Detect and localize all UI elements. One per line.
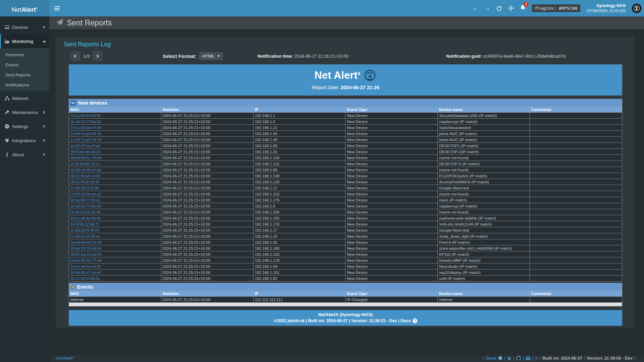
table-cell: New Device: [345, 276, 438, 282]
table-cell: 2024-06-27 21:25:21+10:00: [161, 263, 253, 269]
sidebar-item-events[interactable]: Events: [0, 60, 49, 70]
table-cell: DESKTOP-6 (IP match): [438, 161, 530, 167]
mac-link[interactable]: 3c:8d:20:f1:9f:04: [69, 227, 161, 233]
navbar-actions: ← → 7 Plugins: ARPSCAN Synology-NAS (27/…: [472, 0, 641, 16]
mac-link[interactable]: c0:06:c3:09:e4:46: [69, 167, 161, 173]
github-icon[interactable]: [516, 356, 521, 361]
notification-guid: Notification guid: cc44507e-8ea6-48e7-90…: [446, 54, 566, 59]
mac-link[interactable]: d0:21:f9:b4:ca:0b: [69, 173, 161, 179]
table-cell: 192.168.1.200: [253, 209, 345, 215]
table-row: bc:dd:c2:32:f9:ee2024-06-27 21:25:21+10:…: [69, 233, 622, 239]
host-info[interactable]: Synology-NAS (27/06/2024, 21:41:02): [587, 3, 626, 13]
table-row: c0:06:c3:09:de:e22024-06-27 21:25:21+10:…: [69, 191, 622, 197]
sidebar-item-devices[interactable]: Devices: [0, 20, 49, 34]
app-logo[interactable]: NetAlertx: [0, 0, 49, 16]
mac-link[interactable]: b0:be:83:51:77:e8: [69, 257, 161, 263]
forward-icon[interactable]: →: [484, 5, 490, 11]
mac-link[interactable]: 94:b5:55:c7:cb:e0: [69, 269, 161, 276]
mac-link[interactable]: 98:5f:d3:d5:40:33: [69, 149, 161, 155]
notifications-bell-icon[interactable]: 7: [520, 5, 526, 12]
email-icon[interactable]: [526, 356, 531, 360]
mac-link[interactable]: 00:11:32:ef:a5:6c: [69, 276, 161, 282]
table-cell: 192.168.1.151: [253, 269, 345, 276]
mac-link[interactable]: 3a:9d:69:e0:29:28: [69, 239, 161, 245]
chevron-left-icon: [43, 111, 46, 114]
sidebar-item-presence[interactable]: Presence: [0, 50, 49, 60]
table-cell: KP115 (IP match): [438, 251, 530, 257]
sidebar-item-about[interactable]: About: [0, 147, 49, 162]
table-cell: (name not found): [438, 167, 530, 173]
mac-link[interactable]: 44:6f:f8:12:68:71: [69, 221, 161, 227]
table-cell: 192.168.1.17: [253, 227, 345, 233]
move-pane-icon[interactable]: [508, 5, 514, 11]
panel-title-link[interactable]: Sent Reports Log: [64, 41, 111, 48]
table-cell: [530, 276, 622, 282]
sidebar-item-settings[interactable]: Settings: [0, 119, 49, 133]
table-cell: DESKTOP-2(IP match): [438, 149, 530, 155]
table-cell: zhimi-airpurifier-mb3_mibtD6B4 (IP match…: [438, 245, 530, 251]
mac-link[interactable]: 74:ac:b9:54:09:fb: [69, 113, 161, 119]
mac-link[interactable]: 1c:69:7a:a2:34:7b: [69, 131, 161, 137]
bug-report-icon[interactable]: [507, 356, 512, 361]
format-select[interactable]: HTML: [199, 52, 223, 60]
mac-link[interactable]: 2c:f0:5d:9e:73:2c: [69, 161, 161, 167]
top-navbar: NetAlertx ← → 7 Plugins: ARPSCAN Synolog…: [0, 0, 644, 16]
user-avatar[interactable]: [632, 4, 641, 13]
host-timestamp: (27/06/2024, 21:41:02): [587, 8, 626, 13]
chart-icon: [5, 39, 9, 44]
refresh-icon[interactable]: [496, 6, 502, 11]
table-cell: 192.168.1.163: [253, 251, 345, 257]
table-cell: [530, 161, 622, 167]
table-cell: 192.168.1.150: [253, 215, 345, 221]
mac-link[interactable]: 58:b6:23:70:d6:b4: [69, 245, 161, 251]
mac-link[interactable]: 84:cc:a8:4a:56:4c: [69, 215, 161, 221]
mac-link[interactable]: 1c:69:7a:a2:34:7b: [69, 137, 161, 143]
docs-link[interactable]: Docs: [486, 356, 496, 361]
mac-link[interactable]: ac:82:47:ca:0f:e4: [69, 143, 161, 149]
mac-link[interactable]: dc:a6:32:73:8a:b1: [69, 119, 161, 125]
mac-link[interactable]: 92:ac:85:77:fd:ca: [69, 197, 161, 203]
table-cell: 2024-06-27 21:25:21+10:00: [161, 167, 253, 173]
previous-report-button[interactable]: [70, 51, 80, 61]
table-cell: 192.168.1.92: [253, 239, 345, 245]
select-caret-icon: [217, 55, 220, 57]
chevron-left-icon: [43, 153, 46, 156]
mac-link[interactable]: 3c:8d:20:f1:9f:04: [69, 185, 161, 191]
mac-link[interactable]: c0:06:c3:09:de:e2: [69, 191, 161, 197]
table-cell: 2024-06-27 21:25:21+10:00: [161, 239, 253, 245]
mac-link[interactable]: bc:dd:c2:32:f9:ee: [69, 233, 161, 239]
sidebar-item-monitoring[interactable]: Monitoring: [0, 34, 49, 48]
docs-help-icon[interactable]: ?: [413, 318, 417, 323]
table-cell: 192.168.1.66: [253, 167, 345, 173]
events-table: MACDatetimeIPEvent TypeDevice nameCommen…: [69, 291, 622, 306]
table-cell: 2024-06-27 21:25:21+10:00: [161, 125, 253, 131]
table-cell: 192.168.1.15: [253, 233, 345, 239]
table-cell: [530, 155, 622, 161]
table-cell: 192.168.1.1: [253, 113, 345, 119]
table-cell: Google-Nest-Hub: [438, 227, 530, 233]
mac-link[interactable]: f4:4d:30:61:20:46: [69, 209, 161, 215]
table-cell: 192.168.1.82: [253, 276, 345, 282]
sidebar-item-notifications[interactable]: Notifications: [0, 80, 49, 90]
sidebar-item-network[interactable]: Network: [0, 91, 49, 105]
docs-question-icon[interactable]: ?: [498, 356, 502, 360]
mac-link[interactable]: 28:87:ba:76:ed:03: [69, 251, 161, 257]
sidebar-item-maintenance[interactable]: Maintenance: [0, 105, 49, 119]
plugins-status-chip[interactable]: Plugins: ARPSCAN: [532, 4, 580, 12]
back-icon[interactable]: ←: [472, 5, 478, 11]
sidebar-item-integrations[interactable]: Integrations: [0, 133, 49, 147]
mac-link[interactable]: 14:c1:4e:2e:a3:3f: [69, 263, 161, 269]
copyright-link[interactable]: ©: [535, 356, 538, 361]
footer-brand[interactable]: NetAlertx: [56, 356, 74, 361]
mac-link[interactable]: 74:ac:b9:ad:c3:30: [69, 125, 161, 131]
table-cell: 192.168.1.21: [253, 125, 345, 131]
lightning-icon: [71, 285, 75, 290]
sidebar-toggle-button[interactable]: [49, 0, 65, 16]
sidebar-item-sent-reports[interactable]: Sent Reports: [0, 70, 49, 80]
mac-link[interactable]: 48:b0:2d:5c:79:0d: [69, 155, 161, 161]
mac-link[interactable]: d0:21:f9:8c:59:f9: [69, 179, 161, 185]
mac-link[interactable]: dc:a6:32:73:8a:b1: [69, 203, 161, 209]
table-row: f4:4d:30:61:20:462024-06-27 21:25:21+10:…: [69, 209, 622, 215]
next-report-button[interactable]: [92, 51, 102, 61]
table-row: 3a:9d:69:e0:29:282024-06-27 21:25:21+10:…: [69, 239, 622, 245]
